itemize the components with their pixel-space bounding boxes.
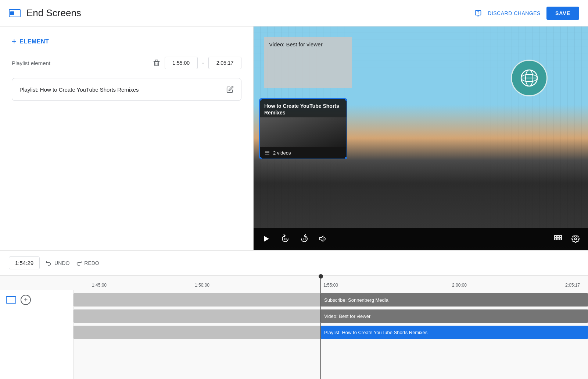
header-left: End Screens: [9, 7, 81, 19]
element-row: Playlist element 1:55:00 - 2:05:17: [12, 57, 241, 69]
chapters-button[interactable]: [551, 232, 564, 245]
track-gray-bg-1: [74, 293, 320, 307]
timeline-area: 1:54:29 UNDO REDO 1:45:00 1:50:00: [0, 250, 588, 379]
svg-rect-24: [557, 238, 559, 240]
playlist-overlay-footer: 2 videos: [260, 147, 347, 159]
redo-button[interactable]: REDO: [75, 260, 99, 266]
svg-rect-21: [557, 235, 559, 237]
svg-marker-16: [264, 236, 269, 242]
page-title: End Screens: [26, 7, 81, 19]
settings-icon: [571, 235, 580, 243]
ruler-mark-2: 1:50:00: [195, 283, 209, 288]
volume-icon: [319, 234, 328, 243]
skip-back-icon: 10: [280, 234, 290, 244]
add-element-button[interactable]: + ELEMENT: [12, 37, 49, 46]
tracks-content: Subscribe: Sonnenberg Media Video: Best …: [74, 290, 588, 379]
element-label: Playlist element: [12, 60, 148, 66]
track-gray-bg-3: [74, 326, 320, 339]
play-icon: [262, 234, 270, 243]
playhead-dot: [319, 274, 323, 279]
track-row-subscribe: Subscribe: Sonnenberg Media: [74, 293, 588, 307]
discard-changes-button[interactable]: DISCARD CHANGES: [488, 10, 541, 16]
subscribe-track-label: Subscribe: Sonnenberg Media: [324, 297, 388, 303]
controls-right: [551, 232, 582, 245]
redo-icon: [75, 260, 82, 266]
time-separator: -: [202, 60, 204, 66]
controls-left: 10 10: [259, 232, 330, 245]
edit-icon[interactable]: [226, 86, 234, 93]
track-row-video: Video: Best for viewer: [74, 309, 588, 323]
track-icon-row: +: [6, 293, 67, 307]
skip-back-button[interactable]: 10: [279, 232, 292, 245]
playlist-overlay-card[interactable]: How to Create YouTube Shorts Remixes 2 v…: [259, 98, 347, 159]
left-panel: + ELEMENT Playlist element 1:55:00 - 2:0…: [0, 26, 254, 250]
end-screens-icon: [9, 9, 21, 17]
track-video[interactable]: Video: Best for viewer: [320, 309, 588, 323]
play-button[interactable]: [259, 232, 273, 245]
track-screen-icon: [6, 296, 16, 304]
playlist-menu-icon: [264, 150, 270, 156]
svg-rect-23: [555, 238, 556, 240]
feedback-icon: [474, 10, 482, 17]
right-panel: Video: Best for viewer: [254, 26, 588, 250]
best-viewer-label: Video: Best for viewer: [269, 41, 347, 47]
delete-icon[interactable]: [153, 59, 160, 67]
subscribe-circle[interactable]: [511, 60, 548, 96]
track-row-playlist: Playlist: How to Create YouTube Shorts R…: [74, 326, 588, 339]
ruler-mark-5: 2:05:17: [565, 283, 580, 288]
timeline-tracks: + Subscribe: Sonnenberg Media: [0, 290, 588, 379]
main-area: + ELEMENT Playlist element 1:55:00 - 2:0…: [0, 26, 588, 250]
current-time-display: 1:54:29: [9, 256, 40, 269]
ruler-mark-4: 2:00:00: [452, 283, 467, 288]
header-right: DISCARD CHANGES SAVE: [474, 7, 579, 20]
track-gray-bg-2: [74, 309, 320, 323]
ruler-marks: 1:45:00 1:50:00 1:55:00 2:00:00 2:05:17: [74, 276, 588, 290]
svg-rect-22: [560, 235, 562, 237]
best-viewer-card[interactable]: Video: Best for viewer: [264, 37, 352, 88]
ruler-mark-1: 1:45:00: [92, 283, 107, 288]
header: End Screens DISCARD CHANGES SAVE: [0, 0, 588, 26]
playlist-video-count: 2 videos: [273, 150, 291, 156]
ruler-playhead[interactable]: [320, 276, 321, 290]
playlist-overlay-title: How to Create YouTube Shorts Remixes: [264, 103, 342, 116]
svg-text:10: 10: [284, 237, 287, 241]
track-subscribe[interactable]: Subscribe: Sonnenberg Media: [320, 293, 588, 307]
plus-icon: +: [12, 37, 17, 46]
skip-forward-icon: 10: [299, 234, 309, 244]
tracks-left: +: [0, 290, 74, 379]
volume-button[interactable]: [317, 232, 330, 245]
save-button[interactable]: SAVE: [546, 7, 579, 20]
playlist-track-label: Playlist: How to Create YouTube Shorts R…: [324, 330, 427, 335]
add-track-button[interactable]: +: [21, 295, 31, 305]
playlist-card[interactable]: Playlist: How to Create YouTube Shorts R…: [12, 78, 241, 101]
time-end-input[interactable]: 2:05:17: [208, 57, 241, 69]
skip-forward-button[interactable]: 10: [298, 232, 311, 245]
svg-marker-19: [320, 236, 323, 241]
video-preview: Video: Best for viewer: [254, 26, 588, 250]
playlist-thumb: [260, 117, 347, 147]
undo-button[interactable]: UNDO: [46, 260, 69, 266]
video-controls: 10 10: [254, 228, 588, 250]
svg-text:10: 10: [303, 237, 306, 241]
ruler-mark-3: 1:55:00: [323, 283, 338, 288]
svg-point-26: [574, 238, 577, 240]
svg-rect-6: [155, 60, 158, 61]
time-controls: 1:54:29 UNDO REDO: [0, 251, 588, 276]
svg-rect-25: [560, 238, 562, 240]
timeline-ruler: 1:45:00 1:50:00 1:55:00 2:00:00 2:05:17: [0, 276, 588, 290]
svg-point-4: [478, 11, 478, 12]
time-start-input[interactable]: 1:55:00: [165, 57, 198, 69]
video-track-label: Video: Best for viewer: [324, 314, 370, 319]
feedback-button[interactable]: [474, 10, 482, 17]
subscribe-icon: [520, 69, 538, 87]
timeline-playhead-line: [320, 290, 321, 379]
settings-button[interactable]: [569, 232, 582, 245]
track-playlist[interactable]: Playlist: How to Create YouTube Shorts R…: [320, 326, 588, 339]
playlist-card-label: Playlist: How to Create YouTube Shorts R…: [19, 86, 139, 93]
chapters-icon: [554, 235, 562, 243]
undo-icon: [46, 260, 52, 266]
playlist-overlay-header: How to Create YouTube Shorts Remixes: [260, 99, 347, 117]
svg-rect-20: [555, 235, 556, 237]
